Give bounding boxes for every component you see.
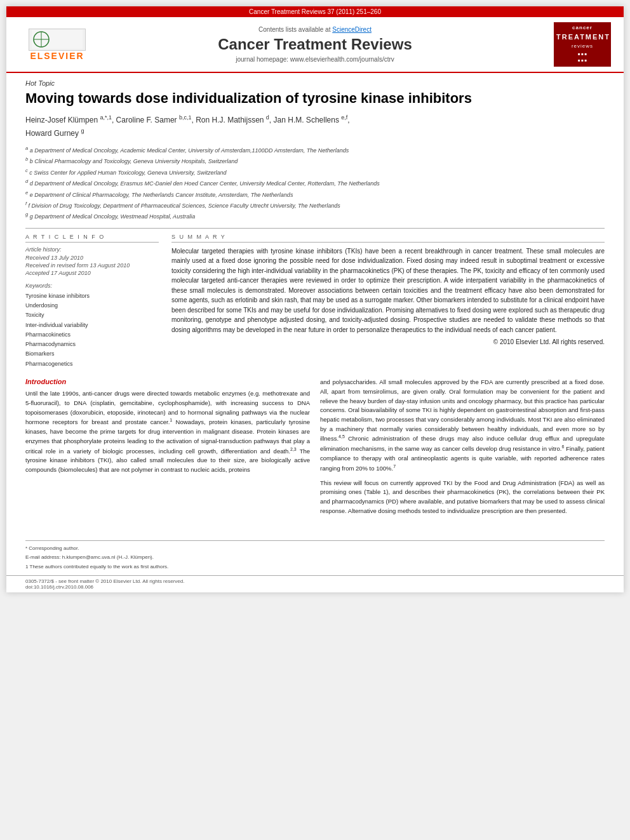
journal-citation-bar: Cancer Treatment Reviews 37 (2011) 251–2… [6, 6, 624, 17]
article-info-column: A R T I C L E I N F O Article history: R… [25, 234, 159, 369]
journal-title-section: Contents lists available at ScienceDirec… [95, 26, 535, 63]
affiliation-a: a a Department of Medical Oncology, Acad… [25, 145, 605, 155]
hot-topic-label: Hot Topic [25, 79, 605, 87]
article-info-header: A R T I C L E I N F O [25, 234, 159, 243]
journal-header: ELSEVIER Contents lists available at Sci… [6, 17, 624, 73]
issn-line: 0305-7372/$ - see front matter © 2010 El… [25, 578, 605, 584]
affiliation-c: c c Swiss Center for Applied Human Toxic… [25, 167, 605, 177]
history-label: Article history: [25, 246, 159, 253]
sciencedirect-link[interactable]: ScienceDirect [332, 26, 372, 33]
affiliations: a a Department of Medical Oncology, Acad… [25, 145, 605, 222]
keyword-1: Tyrosine kinase inhibitors [25, 291, 159, 301]
keyword-8: Pharmacogenetics [25, 359, 159, 369]
elsevier-logo-section: ELSEVIER [19, 29, 95, 61]
cancer-treatment-logo: cancer TREATMENT reviews ■ ■ ■ ■ ■ ■ [554, 22, 611, 67]
doi-line: doi:10.1016/j.ctrv.2010.08.006 [25, 584, 605, 590]
body-left-column: Introduction Until the late 1990s, anti-… [25, 378, 310, 521]
contents-available-text: Contents lists available at ScienceDirec… [95, 26, 535, 33]
elsevier-logo: ELSEVIER [19, 29, 95, 61]
introduction-right-text: and polysaccharides. All small molecules… [320, 378, 605, 474]
article-content: Hot Topic Moving towards dose individual… [6, 73, 624, 534]
affiliation-e: e e Department of Clinical Pharmacology,… [25, 189, 605, 199]
review-focus-text: This review will focus on currently appr… [320, 479, 605, 516]
keywords-label: Keywords: [25, 283, 159, 289]
body-right-column: and polysaccharides. All small molecules… [320, 378, 605, 521]
authors: Heinz-Josef Klümpen a,*,1, Caroline F. S… [25, 113, 605, 140]
keywords-list: Tyrosine kinase inhibitors Underdosing T… [25, 291, 159, 369]
divider-1 [25, 228, 605, 229]
introduction-left-text: Until the late 1990s, anti-cancer drugs … [25, 389, 310, 475]
copyright: © 2010 Elsevier Ltd. All rights reserved… [171, 337, 605, 347]
corresponding-author: * Corresponding author. [25, 545, 605, 553]
affiliation-d: d d Department of Medical Oncology, Eras… [25, 178, 605, 188]
keyword-6: Pharmacodynamics [25, 340, 159, 349]
article-history: Article history: Received 13 July 2010 R… [25, 246, 159, 276]
summary-header: S U M M A R Y [171, 234, 605, 243]
elsevier-image [29, 29, 86, 51]
keyword-3: Toxicity [25, 310, 159, 320]
received-date: Received 13 July 2010 [25, 255, 159, 261]
summary-column: S U M M A R Y Molecular targeted therapi… [171, 234, 605, 369]
revised-date: Received in revised form 13 August 2010 [25, 262, 159, 269]
summary-text: Molecular targeted therapies with tyrosi… [171, 246, 605, 347]
article-info-summary: A R T I C L E I N F O Article history: R… [25, 234, 605, 369]
page: Cancer Treatment Reviews 37 (2011) 251–2… [6, 6, 624, 592]
cancer-treatment-logo-section: cancer TREATMENT reviews ■ ■ ■ ■ ■ ■ [535, 22, 611, 67]
keyword-4: Inter-individual variability [25, 321, 159, 330]
accepted-date: Accepted 17 August 2010 [25, 270, 159, 276]
footnotes: * Corresponding author. E-mail address: … [25, 540, 605, 571]
journal-title: Cancer Treatment Reviews [95, 36, 535, 53]
article-title: Moving towards dose individualization of… [25, 90, 605, 108]
page-footer: 0305-7372/$ - see front matter © 2010 El… [6, 575, 624, 592]
keyword-7: Biomarkers [25, 349, 159, 359]
affiliation-b: b b Clinical Pharmacology and Toxicology… [25, 156, 605, 166]
elsevier-brand-text: ELSEVIER [30, 51, 84, 61]
journal-homepage: journal homepage: www.elsevierhealth.com… [95, 56, 535, 63]
affiliation-f: f f Division of Drug Toxicology, Departm… [25, 200, 605, 210]
introduction-title: Introduction [25, 378, 310, 385]
keyword-5: Pharmacokinetics [25, 330, 159, 340]
affiliation-g: g g Department of Medical Oncology, West… [25, 211, 605, 221]
keyword-2: Underdosing [25, 301, 159, 310]
journal-citation: Cancer Treatment Reviews 37 (2011) 251–2… [249, 8, 381, 15]
email-address: E-mail address: h.klumpen@amc.uva.nl (H.… [25, 554, 605, 562]
body-content: Introduction Until the late 1990s, anti-… [25, 378, 605, 521]
equal-contribution: 1 These authors contributed equally to t… [25, 563, 605, 571]
